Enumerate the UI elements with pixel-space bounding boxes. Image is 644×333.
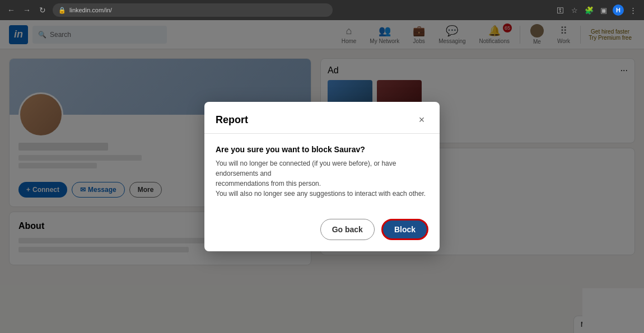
address-bar[interactable]: 🔒 linkedin.com/in/ [53, 3, 333, 17]
back-button[interactable]: ← [6, 4, 17, 16]
lock-icon: 🔒 [58, 7, 66, 14]
bookmark-icon[interactable]: ☆ [569, 4, 580, 16]
modal-overlay: Report × Are you sure you want to block … [0, 20, 644, 333]
modal-description: You will no longer be connected (if you … [216, 158, 428, 199]
profile-icon[interactable]: ⚿ [554, 4, 566, 16]
sidebar-toggle-icon[interactable]: ▣ [598, 4, 609, 16]
block-button[interactable]: Block [381, 219, 428, 240]
modal-close-button[interactable]: × [415, 113, 428, 126]
block-label: Block [394, 225, 416, 234]
go-back-label: Go back [332, 225, 363, 234]
modal-desc-line1: You will no longer be connected (if you … [216, 160, 396, 177]
report-modal: Report × Are you sure you want to block … [204, 102, 440, 251]
extension-icon[interactable]: 🧩 [584, 4, 595, 16]
browser-user-avatar[interactable]: H [613, 4, 624, 16]
menu-icon[interactable]: ⋮ [627, 4, 638, 16]
modal-header: Report × [204, 102, 440, 134]
address-text: linkedin.com/in/ [69, 7, 112, 13]
modal-question: Are you sure you want to block Saurav? [216, 145, 428, 154]
browser-chrome: ← → ↻ 🔒 linkedin.com/in/ ⚿ ☆ 🧩 ▣ H ⋮ [0, 0, 644, 20]
modal-desc-line3: You will also no longer see any suggesti… [216, 190, 426, 198]
modal-title: Report [216, 114, 248, 126]
go-back-button[interactable]: Go back [320, 219, 375, 240]
modal-body: Are you sure you want to block Saurav? Y… [204, 134, 440, 210]
reload-button[interactable]: ↻ [37, 4, 48, 16]
modal-desc-line2: recommendations from this person. [216, 180, 321, 187]
modal-footer: Go back Block [204, 210, 440, 251]
browser-actions: ⚿ ☆ 🧩 ▣ H ⋮ [554, 4, 638, 16]
forward-button[interactable]: → [21, 4, 32, 16]
linkedin-page: in 🔍 Search ⌂ Home 👥 My Network 💼 Jobs 💬… [0, 20, 644, 333]
